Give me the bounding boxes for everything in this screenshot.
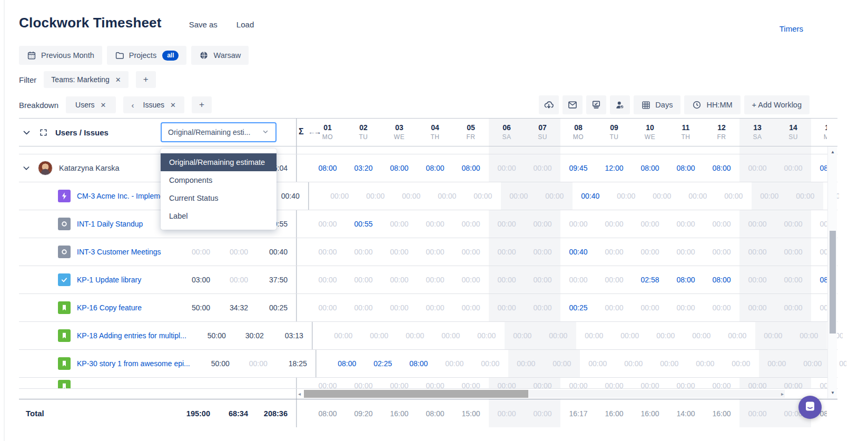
day-header-cell[interactable]: 15MO xyxy=(811,119,827,146)
day-cell[interactable]: 00:00 xyxy=(791,322,827,349)
day-cell[interactable]: 00:00 xyxy=(752,182,787,210)
day-cell[interactable]: 00:00 xyxy=(489,294,525,321)
day-cell[interactable]: 00:00 xyxy=(310,378,346,388)
day-cell[interactable]: 00:00 xyxy=(465,182,501,210)
day-cell[interactable]: 00:00 xyxy=(489,238,525,266)
day-cell[interactable]: 00:00 xyxy=(501,182,537,210)
day-cell[interactable]: 00:00 xyxy=(644,182,680,210)
expand-icon[interactable] xyxy=(39,128,48,137)
add-breakdown-button[interactable]: + xyxy=(192,96,212,113)
day-cell[interactable]: 00:00 xyxy=(381,238,417,266)
vertical-scrollbar[interactable]: ▲ ▼ xyxy=(827,146,837,398)
day-cell[interactable]: 00:00 xyxy=(358,182,393,210)
day-cell[interactable]: 00:00 xyxy=(525,266,560,293)
day-cell[interactable]: 00:00 xyxy=(326,322,361,349)
vscroll-down-arrow[interactable]: ▼ xyxy=(828,390,837,395)
day-cell[interactable]: 00:00 xyxy=(775,266,811,293)
day-cell[interactable]: 00:00 xyxy=(346,378,381,388)
day-cell[interactable]: 08:00 xyxy=(668,266,704,293)
issue-link[interactable]: KP-30 story 1 from awesome epi... xyxy=(77,359,190,368)
day-cell[interactable]: 00:00 xyxy=(453,238,489,266)
remove-breakdown-icon[interactable]: ✕ xyxy=(101,101,106,109)
day-cell[interactable]: 00:00 xyxy=(525,294,560,321)
day-cell[interactable]: 00:00 xyxy=(811,210,827,238)
days-view-button[interactable]: Days xyxy=(634,95,680,114)
day-cell[interactable]: 00:40 xyxy=(573,182,608,210)
day-cell[interactable]: 00:00 xyxy=(787,182,823,210)
day-cell[interactable]: 08:00 xyxy=(310,154,346,182)
day-cell[interactable]: 00:00 xyxy=(537,182,573,210)
collapse-left-icon[interactable]: ‹ xyxy=(132,101,134,110)
day-cell[interactable]: 00:00 xyxy=(612,322,648,349)
day-cell[interactable]: 00:00 xyxy=(668,238,704,266)
day-cell[interactable]: 00:00 xyxy=(739,210,775,238)
collapse-chevron-icon[interactable] xyxy=(22,164,31,172)
day-cell[interactable]: 00:00 xyxy=(684,322,719,349)
day-cell[interactable]: 00:00 xyxy=(322,182,358,210)
day-cell[interactable]: 00:00 xyxy=(811,378,827,388)
day-cell[interactable]: 00:00 xyxy=(596,266,632,293)
day-cell[interactable]: 00:00 xyxy=(417,266,453,293)
day-cell[interactable]: 00:00 xyxy=(739,294,775,321)
day-cell[interactable]: 00:00 xyxy=(525,238,560,266)
day-cell[interactable]: 00:00 xyxy=(417,294,453,321)
resize-arrows-icon[interactable]: ←→ xyxy=(308,128,320,136)
issue-link[interactable]: KP-1 Update library xyxy=(77,276,171,284)
issue-link[interactable]: INT-1 Daily Standup xyxy=(77,220,171,228)
period-button[interactable]: Previous Month xyxy=(19,46,102,65)
day-cell[interactable]: 00:00 xyxy=(453,266,489,293)
day-cell[interactable]: 00:00 xyxy=(596,238,632,266)
issue-link[interactable]: INT-3 Customer Meetings xyxy=(77,248,171,256)
day-header-cell[interactable]: 05FR xyxy=(453,119,489,146)
day-cell[interactable]: 00:00 xyxy=(346,266,381,293)
day-header-cell[interactable]: 09TU xyxy=(596,119,632,146)
day-cell[interactable]: 00:00 xyxy=(397,322,433,349)
day-cell[interactable]: 00:00 xyxy=(469,322,505,349)
day-cell[interactable]: 00:00 xyxy=(310,266,346,293)
day-cell[interactable]: 00:00 xyxy=(739,238,775,266)
day-header-cell[interactable]: 02TU xyxy=(346,119,381,146)
sum-sigma-icon[interactable]: Σ xyxy=(299,127,304,136)
load-button[interactable]: Load xyxy=(236,20,254,29)
day-cell[interactable]: 08:00 xyxy=(704,154,739,182)
day-cell[interactable]: 00:00 xyxy=(560,210,596,238)
day-cell[interactable]: 00:00 xyxy=(381,210,417,238)
save-as-button[interactable]: Save as xyxy=(189,20,218,29)
day-cell[interactable]: 00:00 xyxy=(680,182,716,210)
day-cell[interactable]: 00:00 xyxy=(433,322,469,349)
day-cell[interactable]: 08:00 xyxy=(632,154,668,182)
day-cell[interactable]: 00:00 xyxy=(429,182,465,210)
day-cell[interactable]: 00:00 xyxy=(632,238,668,266)
day-header-cell[interactable]: 14SU xyxy=(775,119,811,146)
day-cell[interactable]: 00:00 xyxy=(723,350,759,377)
breakdown-chip-users[interactable]: Users ✕ xyxy=(66,96,115,113)
day-cell[interactable]: 00:00 xyxy=(668,210,704,238)
day-header-cell[interactable]: 13SA xyxy=(739,119,775,146)
day-cell[interactable]: 03:20 xyxy=(346,154,381,182)
email-button[interactable] xyxy=(563,95,583,114)
day-cell[interactable]: 08:00 xyxy=(453,154,489,182)
day-cell[interactable]: 00:00 xyxy=(453,294,489,321)
column-select[interactable]: Original/Remaining esti... xyxy=(161,122,277,142)
day-cell[interactable]: 00:00 xyxy=(489,378,525,388)
dropdown-option[interactable]: Label xyxy=(161,207,277,225)
chat-widget-button[interactable] xyxy=(798,396,822,419)
day-cell[interactable]: 00:00 xyxy=(608,182,644,210)
collapse-all-chevron-icon[interactable] xyxy=(22,128,31,137)
day-cell[interactable]: 00:00 xyxy=(472,350,508,377)
dropdown-option[interactable]: Current Status xyxy=(161,189,277,207)
day-cell[interactable]: 00:00 xyxy=(417,238,453,266)
time-format-button[interactable]: HH:MM xyxy=(684,95,740,114)
day-cell[interactable]: 00:00 xyxy=(668,378,704,388)
day-cell[interactable]: 00:00 xyxy=(795,350,831,377)
issue-link[interactable]: KP-16 Copy feature xyxy=(77,303,171,312)
day-header-cell[interactable]: 04TH xyxy=(417,119,453,146)
hscroll-right-arrow[interactable]: ▸ xyxy=(781,390,784,398)
day-cell[interactable]: 00:00 xyxy=(811,238,827,266)
report-button[interactable] xyxy=(586,95,606,114)
day-cell[interactable]: 00:00 xyxy=(652,350,687,377)
day-cell[interactable]: 00:00 xyxy=(704,378,739,388)
day-cell[interactable]: 00:00 xyxy=(489,210,525,238)
day-cell[interactable]: 00:00 xyxy=(580,350,616,377)
issue-link[interactable]: KP-18 Adding entries for multipl... xyxy=(77,331,186,340)
